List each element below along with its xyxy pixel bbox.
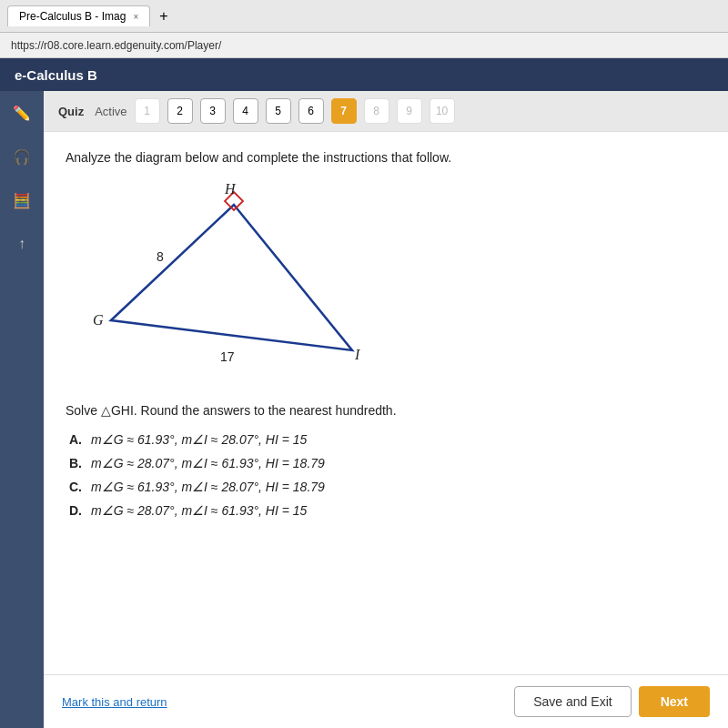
calculator-icon[interactable]: 🧮 — [7, 186, 36, 215]
question-instruction: Analyze the diagram below and complete t… — [66, 150, 706, 165]
question-btn-3[interactable]: 3 — [200, 98, 226, 124]
choice-a[interactable]: A. m∠G ≈ 61.93°, m∠I ≈ 28.07°, HI = 15 — [69, 432, 706, 447]
vertex-g-label: G — [93, 312, 104, 328]
solve-text-content: Solve △GHI. Round the answers to the nea… — [66, 403, 397, 418]
app-title: e-Calculus B — [15, 67, 97, 83]
address-bar[interactable]: https://r08.core.learn.edgenuity.com/Pla… — [0, 33, 728, 58]
question-btn-4[interactable]: 4 — [233, 98, 258, 124]
sidebar: ✏️ 🎧 🧮 ↑ — [0, 91, 44, 728]
choice-d[interactable]: D. m∠G ≈ 28.07°, m∠I ≈ 61.93°, HI = 15 — [69, 503, 706, 518]
vertex-h-label: H — [224, 181, 237, 197]
choice-a-letter: A. — [69, 432, 84, 447]
choice-c[interactable]: C. m∠G ≈ 61.93°, m∠I ≈ 28.07°, HI = 18.7… — [69, 480, 706, 494]
vertex-i-label: I — [354, 347, 360, 362]
side-gh-label: 8 — [157, 249, 164, 264]
tab-bar: Pre-Calculus B - Imag × + — [0, 0, 728, 33]
choice-b[interactable]: B. m∠G ≈ 28.07°, m∠I ≈ 61.93°, HI = 18.7… — [69, 456, 706, 470]
new-tab-button[interactable]: + — [154, 6, 173, 26]
triangle-diagram: H G I 8 17 — [84, 179, 375, 389]
tab-close-icon[interactable]: × — [133, 12, 138, 22]
question-btn-10[interactable]: 10 — [430, 98, 455, 124]
question-btn-8[interactable]: 8 — [364, 98, 389, 124]
diagram-container: H G I 8 17 — [66, 179, 706, 389]
quiz-status: Active — [95, 105, 126, 118]
url-text: https://r08.core.learn.edgenuity.com/Pla… — [11, 39, 221, 52]
question-btn-1[interactable]: 1 — [135, 98, 160, 124]
browser-tab[interactable]: Pre-Calculus B - Imag × — [7, 5, 150, 26]
save-exit-button[interactable]: Save and Exit — [514, 686, 631, 717]
headphones-icon[interactable]: 🎧 — [7, 142, 36, 171]
choice-b-text: m∠G ≈ 28.07°, m∠I ≈ 61.93°, HI = 18.79 — [91, 456, 325, 470]
choice-a-text: m∠G ≈ 61.93°, m∠I ≈ 28.07°, HI = 15 — [91, 432, 307, 447]
browser-chrome: Pre-Calculus B - Imag × + https://r08.co… — [0, 0, 728, 58]
choice-d-letter: D. — [69, 503, 84, 518]
solve-text: Solve △GHI. Round the answers to the nea… — [66, 403, 706, 418]
arrow-up-icon[interactable]: ↑ — [7, 229, 36, 258]
choice-c-letter: C. — [69, 480, 84, 494]
question-btn-2[interactable]: 2 — [167, 98, 193, 124]
content-area: Quiz Active 1 2 3 4 5 6 7 8 9 10 Analyze… — [44, 91, 728, 728]
question-content: Analyze the diagram below and complete t… — [44, 132, 728, 674]
side-gi-label: 17 — [220, 349, 235, 364]
choice-c-text: m∠G ≈ 61.93°, m∠I ≈ 28.07°, HI = 18.79 — [91, 480, 325, 494]
quiz-nav: Quiz Active 1 2 3 4 5 6 7 8 9 10 — [44, 91, 728, 132]
question-btn-9[interactable]: 9 — [397, 98, 422, 124]
mark-return-link[interactable]: Mark this and return — [62, 695, 167, 709]
question-btn-7[interactable]: 7 — [331, 98, 357, 124]
quiz-label: Quiz — [58, 105, 84, 118]
question-btn-6[interactable]: 6 — [298, 98, 324, 124]
bottom-bar: Mark this and return Save and Exit Next — [44, 674, 728, 728]
pencil-icon[interactable]: ✏️ — [7, 98, 36, 127]
app-header: e-Calculus B — [0, 58, 728, 91]
button-group: Save and Exit Next — [514, 686, 710, 717]
main-layout: ✏️ 🎧 🧮 ↑ Quiz Active 1 2 3 4 5 6 7 8 9 1… — [0, 91, 728, 728]
choice-b-letter: B. — [69, 456, 84, 470]
answer-choices: A. m∠G ≈ 61.93°, m∠I ≈ 28.07°, HI = 15 B… — [69, 432, 706, 518]
triangle-shape — [111, 205, 352, 350]
choice-d-text: m∠G ≈ 28.07°, m∠I ≈ 61.93°, HI = 15 — [91, 503, 307, 518]
tab-title: Pre-Calculus B - Imag — [19, 10, 126, 23]
question-btn-5[interactable]: 5 — [266, 98, 291, 124]
next-button[interactable]: Next — [639, 686, 710, 717]
